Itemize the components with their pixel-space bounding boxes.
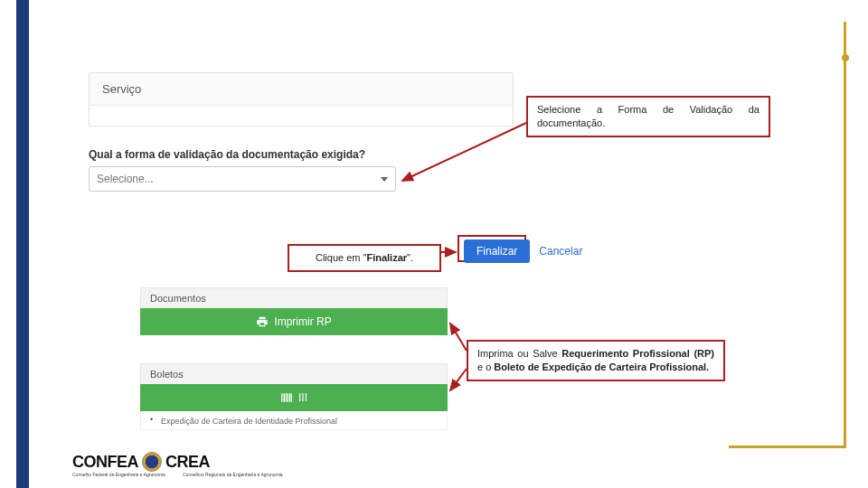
callout-finalizar-bold: Finalizar	[366, 252, 407, 263]
boleto-button-label: III	[298, 391, 307, 404]
right-accent-bar-vertical	[844, 22, 846, 448]
svg-line-2	[450, 324, 467, 351]
callout-validacao: Selecione a Forma de Validação da docume…	[526, 96, 770, 137]
confea-logo-text: CONFEA	[72, 453, 138, 472]
documentos-header: Documentos	[140, 287, 448, 308]
crea-subtitle: Conselhos Regionais de Engenharia e Agro…	[183, 472, 283, 477]
print-icon	[256, 315, 269, 328]
validacao-select[interactable]: Selecione...	[89, 166, 396, 192]
c3-t2: e o	[477, 361, 494, 372]
imprimir-rp-button[interactable]: Imprimir RP	[140, 308, 448, 335]
boletos-section: Boletos III Expedição de Carteira de Ide…	[140, 363, 448, 430]
finalizar-button[interactable]: Finalizar	[464, 239, 530, 263]
validacao-block: Qual a forma de validação da documentaçã…	[89, 148, 414, 192]
barcode-icon	[280, 391, 293, 404]
svg-line-0	[402, 123, 526, 181]
left-accent-bar	[16, 0, 29, 488]
boleto-button[interactable]: III	[140, 384, 448, 411]
form-actions: Finalizar Cancelar	[464, 239, 586, 263]
imprimir-rp-label: Imprimir RP	[274, 315, 331, 328]
accent-dot	[842, 54, 849, 61]
documentos-section: Documentos Imprimir RP	[140, 287, 448, 335]
callout-validacao-text: Selecione a Forma de Validação da docume…	[537, 104, 760, 128]
c3-b2: Boleto de Expedição de Carteira Profissi…	[494, 361, 709, 372]
callout-finalizar: Clique em "Finalizar".	[288, 244, 441, 272]
cancelar-link[interactable]: Cancelar	[535, 239, 586, 263]
servico-panel-header: Serviço	[90, 73, 513, 106]
c3-t1: Imprima ou Salve	[477, 348, 561, 359]
callout-imprima-salve: Imprima ou Salve Requerimento Profission…	[467, 340, 725, 381]
callout-finalizar-post: ".	[407, 252, 413, 263]
footer-logos: CONFEA CREA Conselho Federal de Engenhar…	[72, 452, 210, 472]
c3-b1: Requerimento Profissional (RP)	[561, 348, 714, 359]
svg-line-3	[450, 369, 467, 390]
servico-panel: Serviço	[89, 72, 514, 127]
validacao-select-placeholder: Selecione...	[97, 173, 154, 185]
servico-panel-body	[90, 106, 513, 126]
validacao-question-label: Qual a forma de validação da documentaçã…	[89, 148, 414, 161]
right-accent-bar-horizontal	[729, 446, 846, 448]
crea-logo-text: CREA	[165, 453, 210, 472]
callout-finalizar-pre: Clique em "	[316, 252, 366, 263]
boleto-list-item: Expedição de Carteira de Identidade Prof…	[140, 411, 448, 430]
emblem-icon	[142, 452, 162, 472]
confea-subtitle: Conselho Federal de Engenharia e Agronom…	[72, 472, 165, 477]
chevron-down-icon	[381, 177, 388, 182]
boletos-header: Boletos	[140, 363, 448, 384]
